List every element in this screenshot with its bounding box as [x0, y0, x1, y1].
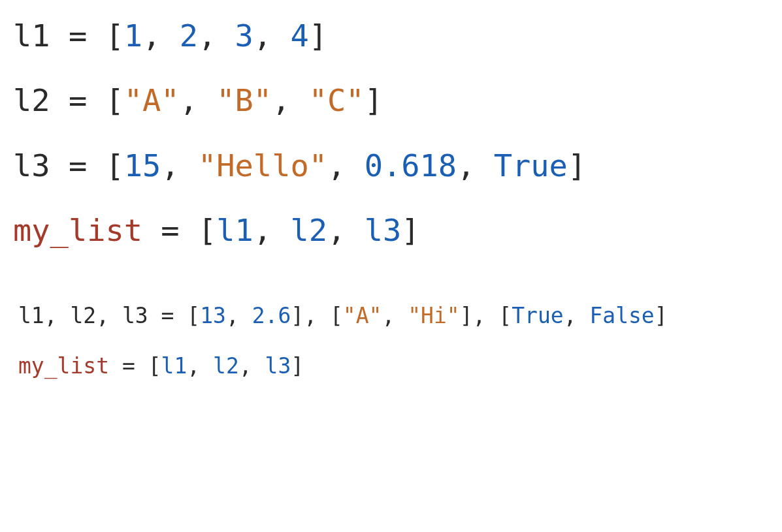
code-line: my_list = [l1, l2, l3] [18, 355, 782, 378]
code-token: ] [291, 353, 304, 379]
code-token: , [272, 82, 309, 118]
code-token: l1 [18, 303, 44, 328]
code-token: my_list [18, 353, 109, 379]
code-token: , [180, 82, 217, 118]
code-token: True [494, 148, 568, 183]
code-token: = [ [50, 148, 124, 183]
code-line: my_list = [l1, l2, l3] [13, 214, 782, 246]
code-token: 4 [290, 18, 308, 54]
code-token: , [327, 148, 365, 183]
code-token: ] [401, 212, 419, 248]
code-token: , [161, 148, 198, 183]
code-token: 15 [124, 148, 161, 183]
code-token: my_list [13, 212, 142, 248]
code-token: l1 [216, 212, 253, 248]
code-token: , [253, 212, 291, 248]
code-token: l3 [265, 353, 291, 379]
code-line: l3 = [15, "Hello", 0.618, True] [13, 149, 782, 181]
code-token: ] [365, 82, 383, 118]
code-token: = [ [142, 212, 216, 248]
code-token: "C" [309, 82, 365, 118]
code-token: , [327, 212, 365, 248]
code-token: , [187, 353, 213, 379]
code-token: "A" [124, 82, 180, 118]
code-token: 0.618 [365, 148, 457, 183]
code-token: l2 [290, 212, 327, 248]
code-token: ], [ [460, 303, 512, 328]
code-token: ] [655, 303, 668, 328]
code-token: "A" [343, 303, 382, 328]
code-token: , [198, 18, 235, 54]
code-token: , [382, 303, 408, 328]
code-token: l3 [122, 303, 148, 328]
code-token: l3 [365, 212, 402, 248]
code-token: l2 [13, 82, 50, 118]
code-token: , [457, 148, 494, 183]
code-line: l2 = ["A", "B", "C"] [13, 84, 782, 116]
code-token: 2 [180, 18, 198, 54]
code-token: ] [309, 18, 327, 54]
code-token: "Hello" [198, 148, 327, 183]
code-token: 13 [200, 303, 226, 328]
code-token: True [512, 303, 563, 328]
code-token: , [253, 18, 291, 54]
code-token: = [ [50, 18, 124, 54]
code-token: , [96, 303, 122, 328]
code-token: 3 [235, 18, 253, 54]
code-block-small: l1, l2, l3 = [13, 2.6], ["A", "Hi"], [Tr… [0, 305, 782, 377]
code-token: , [239, 353, 265, 379]
code-token: "Hi" [408, 303, 459, 328]
code-token: l3 [13, 148, 50, 183]
code-token: l1 [161, 353, 187, 379]
code-token: 2.6 [252, 303, 291, 328]
code-token: , [564, 303, 590, 328]
code-token: l1 [13, 18, 50, 54]
code-block-large: l1 = [1, 2, 3, 4]l2 = ["A", "B", "C"]l3 … [0, 20, 782, 246]
code-token: ] [568, 148, 586, 183]
code-token: , [226, 303, 252, 328]
code-line: l1 = [1, 2, 3, 4] [13, 20, 782, 52]
code-token: ], [ [291, 303, 342, 328]
code-token: , [44, 303, 71, 328]
code-token: l2 [71, 303, 97, 328]
code-token: 1 [124, 18, 142, 54]
code-token: False [589, 303, 654, 328]
code-token: = [ [50, 82, 124, 118]
code-line: l1, l2, l3 = [13, 2.6], ["A", "Hi"], [Tr… [18, 305, 782, 328]
code-token: "B" [216, 82, 272, 118]
code-token: , [142, 18, 180, 54]
code-token: = [ [109, 353, 161, 379]
code-token: = [ [148, 303, 200, 328]
code-token: l2 [213, 353, 239, 379]
